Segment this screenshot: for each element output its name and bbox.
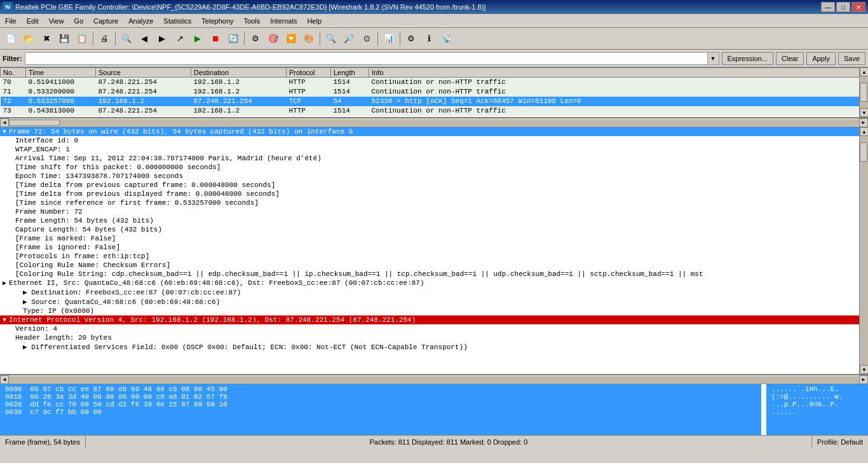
graph-button[interactable]: 📊 xyxy=(381,31,397,47)
toolbar-sep-4 xyxy=(320,32,320,46)
minimize-button[interactable]: — xyxy=(821,2,835,12)
packet-list-scrollbar[interactable]: ▲ ▼ xyxy=(859,67,868,117)
detail-panel: ▼ Frame 72: 54 bytes on wire (432 bits),… xyxy=(0,127,868,375)
save-as-button[interactable]: 📋 xyxy=(74,31,90,47)
capture-options-button[interactable]: ⚙ xyxy=(247,31,264,47)
hex-left: 0000 00 07 cb cc ee 87 60 eb 69 48 68 c6… xyxy=(0,384,761,435)
menu-analyze[interactable]: Analyze xyxy=(123,14,158,27)
detail-hscroll-right[interactable]: ▶ xyxy=(859,375,868,384)
hex-panel: 0000 00 07 cb cc ee 87 60 eb 69 48 68 c6… xyxy=(0,384,868,435)
packet-row[interactable]: 700.51941100087.248.221.254192.168.1.2HT… xyxy=(1,78,868,87)
menu-internals[interactable]: Internals xyxy=(265,14,302,27)
packet-row[interactable]: 730.54381300087.248.221.254192.168.1.2HT… xyxy=(1,106,868,116)
detail-hscroll-track[interactable] xyxy=(9,377,859,383)
packet-row[interactable]: 720.533257000192.168.1.287.248.221.254TC… xyxy=(1,97,868,106)
zoom-in-button[interactable]: 🔍 xyxy=(323,31,339,47)
filter-input[interactable] xyxy=(25,52,708,65)
ethernet-section-label: Ethernet II, Src: QuantaCo_48:68:c6 (60:… xyxy=(9,279,424,287)
scroll-up-button[interactable]: ▲ xyxy=(860,67,868,76)
detail-hscroll-left[interactable]: ◀ xyxy=(0,375,9,384)
packet-cell: 1514 xyxy=(331,87,369,97)
menu-telephony[interactable]: Telephony xyxy=(196,14,238,27)
capture-filters-button[interactable]: 🎯 xyxy=(265,31,281,47)
filter-dropdown-button[interactable]: ▼ xyxy=(708,52,719,65)
menu-capture[interactable]: Capture xyxy=(88,14,123,27)
go-to-button[interactable]: ↗ xyxy=(172,31,188,47)
menu-edit[interactable]: Edit xyxy=(22,14,44,27)
detail-scroll-up[interactable]: ▲ xyxy=(860,127,868,136)
packet-cell: 0.543813000 xyxy=(26,106,96,116)
detail-time-since-ref: [Time since reference or first frame: 0.… xyxy=(10,198,868,207)
hex-ascii-0030: ...... xyxy=(771,408,863,416)
maximize-button[interactable]: □ xyxy=(836,2,850,12)
scroll-thumb[interactable] xyxy=(860,83,867,102)
menu-tools[interactable]: Tools xyxy=(239,14,266,27)
packet-cell: Continuation or non-HTTP traffic xyxy=(369,78,868,87)
packet-row[interactable]: 710.53320900087.248.221.254192.168.1.2HT… xyxy=(1,87,868,97)
prefs-button[interactable]: ⚙ xyxy=(403,31,419,47)
display-filters-button[interactable]: 🔽 xyxy=(283,31,299,47)
capture-stop-button[interactable]: ⏹ xyxy=(207,31,224,47)
hscroll-left-button[interactable]: ◀ xyxy=(0,118,9,127)
hex-ascii-0020: ...p.P...0n%..P. xyxy=(771,401,863,408)
scroll-down-button[interactable]: ▼ xyxy=(860,108,868,117)
frame-section-header[interactable]: ▼ Frame 72: 54 bytes on wire (432 bits),… xyxy=(0,127,868,136)
detail-scroll-down[interactable]: ▼ xyxy=(860,365,868,374)
expression-button[interactable]: Expression... xyxy=(722,52,774,65)
detail-time-shift: [Time shift for this packet: 0.000000000… xyxy=(10,163,868,172)
colorize-button[interactable]: 🎨 xyxy=(301,31,317,47)
close-capture-button[interactable]: ✖ xyxy=(38,31,55,47)
hex-ascii-0010: (:=@.......... W. xyxy=(771,393,863,401)
apply-button[interactable]: Apply xyxy=(806,52,836,65)
hex-ascii-0000: ......`.iHh...E. xyxy=(771,385,863,393)
menu-go[interactable]: Go xyxy=(69,14,88,27)
ip-details: Version: 4 Header length: 20 bytes ▶ Dif… xyxy=(0,324,868,352)
ip-section-header[interactable]: ▼ Internet Protocol Version 4, Src: 192.… xyxy=(0,315,868,324)
save-filter-button[interactable]: Save xyxy=(838,52,865,65)
hscroll-thumb[interactable] xyxy=(9,120,60,126)
detail-scrollbar[interactable]: ▲ ▼ xyxy=(859,127,868,374)
print-button[interactable]: 🖨 xyxy=(96,31,112,47)
toolbar-sep-2 xyxy=(115,32,116,46)
menu-file[interactable]: File xyxy=(0,14,22,27)
toolbar-sep-6 xyxy=(400,32,400,46)
detail-coloring-rule-name: [Coloring Rule Name: Checksum Errors] xyxy=(10,261,868,270)
detail-wtap: WTAP_ENCAP: 1 xyxy=(10,145,868,154)
wireless-button[interactable]: 📡 xyxy=(438,31,455,47)
hscroll-track[interactable] xyxy=(9,120,859,126)
toolbar-sep-1 xyxy=(93,32,93,46)
restart-button[interactable]: 🔄 xyxy=(225,31,241,47)
packet-cell: 0.519411000 xyxy=(26,78,96,87)
hex-row-0020: 0020 dd fe cc 70 00 50 cd d2 f6 30 6e 25… xyxy=(5,401,756,408)
packet-table-header: No. Time Source Destination Protocol Len… xyxy=(1,68,868,78)
prev-button[interactable]: ◀ xyxy=(136,31,153,47)
hscroll-right-button[interactable]: ▶ xyxy=(859,118,868,127)
scroll-track[interactable] xyxy=(860,76,868,108)
menu-statistics[interactable]: Statistics xyxy=(158,14,196,27)
clear-button[interactable]: Clear xyxy=(776,52,804,65)
zoom-out-button[interactable]: 🔎 xyxy=(341,31,357,47)
about-button[interactable]: ℹ xyxy=(421,31,437,47)
next-button[interactable]: ▶ xyxy=(154,31,170,47)
menu-view[interactable]: View xyxy=(44,14,69,27)
ethernet-section-header[interactable]: ▶ Ethernet II, Src: QuantaCo_48:68:c6 (6… xyxy=(0,279,868,287)
save-button[interactable]: 💾 xyxy=(56,31,72,47)
detail-scroll-track[interactable] xyxy=(860,136,868,365)
hex-row-0030: 0030 c7 9c f7 bb 00 00 xyxy=(5,408,756,416)
menu-help[interactable]: Help xyxy=(302,14,327,27)
packet-cell: 192.168.1.2 xyxy=(96,97,191,106)
packet-hscroll[interactable]: ◀ ▶ xyxy=(0,118,868,127)
capture-start-button[interactable]: ▶ xyxy=(189,31,206,47)
detail-ip-version: Version: 4 xyxy=(10,324,868,333)
find-button[interactable]: 🔍 xyxy=(118,31,135,47)
zoom-normal-button[interactable]: ⊙ xyxy=(358,31,375,47)
open-button[interactable]: 📂 xyxy=(20,31,37,47)
detail-hscroll[interactable]: ◀ ▶ xyxy=(0,375,868,384)
close-button[interactable]: ✕ xyxy=(851,2,865,12)
packet-cell: HTTP xyxy=(287,106,331,116)
statusbar: Frame (frame), 54 bytes Packets: 811 Dis… xyxy=(0,435,868,448)
packet-cell: 52336 > http [ACK] Seq=1 Ack=68457 Win=5… xyxy=(369,97,868,106)
col-no: No. xyxy=(1,68,26,78)
detail-scroll-thumb[interactable] xyxy=(860,142,867,162)
new-capture-button[interactable]: 📄 xyxy=(3,31,19,47)
